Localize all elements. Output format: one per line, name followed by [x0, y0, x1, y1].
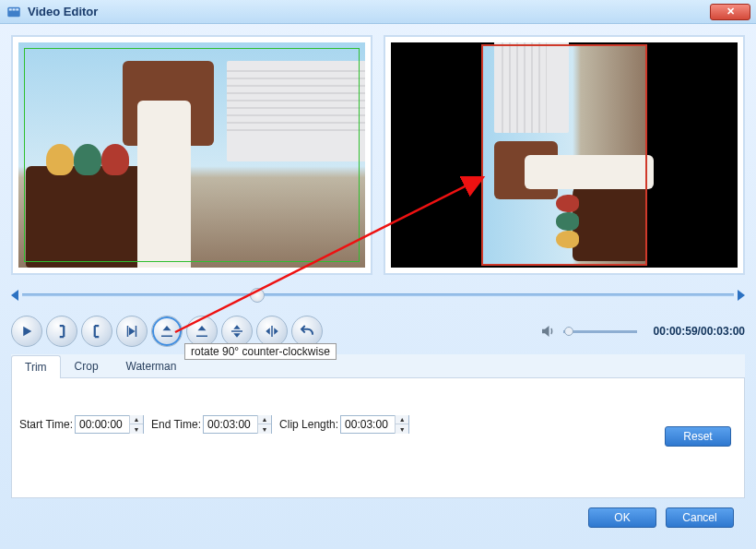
rotate-cw-button[interactable] [186, 316, 218, 347]
titlebar: Video Editor ✕ [0, 0, 756, 24]
window-title: Video Editor [28, 5, 98, 18]
ok-button[interactable]: OK [588, 507, 656, 528]
tab-crop[interactable]: Crop [61, 354, 112, 377]
time-current: 00:00:59 [654, 325, 698, 338]
tab-trim[interactable]: Trim [11, 355, 61, 378]
clip-length-value: 00:03:00 [341, 418, 395, 431]
close-icon: ✕ [726, 6, 735, 18]
spinner-up-icon[interactable]: ▲ [396, 415, 408, 424]
timeline [11, 284, 745, 306]
undo-button[interactable] [291, 316, 323, 347]
tab-bar: Trim Crop Waterman [11, 354, 745, 378]
play-button[interactable] [11, 316, 42, 347]
clip-length-input[interactable]: 00:03:00 ▲ ▼ [340, 415, 409, 434]
toolbar: rotate 90° counter-clockwise 00:00:59/00… [11, 316, 745, 347]
timeline-next-icon[interactable] [738, 290, 745, 301]
mark-out-button[interactable] [81, 316, 112, 347]
start-time-value: 00:00:00 [76, 418, 129, 431]
play-range-button[interactable] [116, 316, 148, 347]
end-time-spinner[interactable]: ▲ ▼ [257, 415, 271, 434]
rotate-ccw-button[interactable] [151, 316, 183, 347]
spinner-down-icon[interactable]: ▼ [396, 424, 408, 434]
tooltip: rotate 90° counter-clockwise [184, 343, 337, 360]
mark-out-icon [89, 323, 105, 340]
flip-horizontal-button[interactable] [256, 316, 288, 347]
flip-vertical-icon [229, 323, 245, 340]
flip-horizontal-icon [264, 323, 280, 340]
svg-rect-1 [9, 8, 12, 10]
tab-watermark[interactable]: Waterman [112, 354, 191, 377]
dialog-footer: OK Cancel [11, 498, 745, 528]
end-time-label: End Time: [151, 418, 201, 431]
reset-button[interactable]: Reset [665, 426, 731, 447]
timeline-scrubber[interactable] [250, 288, 265, 303]
clip-length-label: Clip Length: [279, 418, 338, 431]
start-time-input[interactable]: 00:00:00 ▲ ▼ [75, 415, 144, 434]
timecode: 00:00:59/00:03:00 [654, 325, 745, 338]
preview-result[interactable] [384, 35, 745, 275]
spinner-up-icon[interactable]: ▲ [130, 415, 143, 424]
mark-in-button[interactable] [46, 316, 77, 347]
spinner-up-icon[interactable]: ▲ [258, 415, 271, 424]
cancel-button[interactable]: Cancel [666, 507, 734, 528]
spinner-down-icon[interactable]: ▼ [258, 424, 271, 434]
rotate-cw-icon [194, 323, 210, 340]
svg-rect-2 [13, 8, 16, 10]
flip-vertical-button[interactable] [221, 316, 253, 347]
volume-knob[interactable] [564, 327, 573, 336]
rotate-ccw-icon [159, 323, 175, 340]
trim-panel: Start Time: 00:00:00 ▲ ▼ End Time: 00:03… [11, 378, 745, 498]
clip-length-spinner[interactable]: ▲ ▼ [395, 415, 408, 434]
app-icon [6, 4, 22, 20]
timeline-prev-icon[interactable] [11, 290, 18, 301]
close-button[interactable]: ✕ [710, 4, 750, 20]
preview-original[interactable] [11, 35, 372, 275]
volume-slider[interactable] [563, 330, 637, 333]
end-time-input[interactable]: 00:03:00 ▲ ▼ [203, 415, 272, 434]
play-range-icon [124, 323, 140, 340]
preview-row [11, 35, 745, 275]
end-time-value: 00:03:00 [204, 418, 257, 431]
undo-icon [299, 323, 315, 340]
spinner-down-icon[interactable]: ▼ [130, 424, 143, 434]
timeline-track[interactable] [22, 293, 734, 297]
play-icon [18, 323, 35, 340]
mark-in-icon [53, 323, 70, 340]
start-time-spinner[interactable]: ▲ ▼ [129, 415, 143, 434]
volume-icon[interactable] [539, 323, 556, 340]
start-time-label: Start Time: [19, 418, 73, 431]
time-total: 00:03:00 [701, 325, 745, 338]
svg-rect-3 [16, 8, 18, 10]
